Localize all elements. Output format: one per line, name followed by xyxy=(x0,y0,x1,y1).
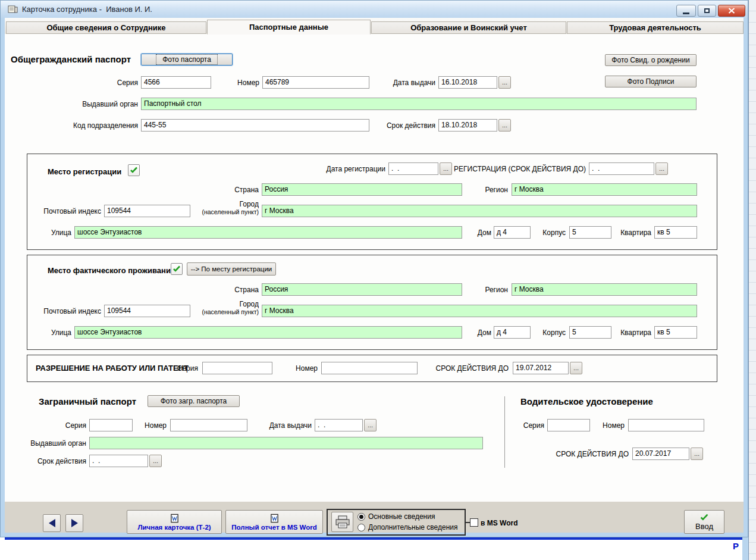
registration-region-input[interactable]: г Москва xyxy=(512,183,697,196)
residence-city-input[interactable]: г Москва xyxy=(262,305,697,317)
background-blue-line xyxy=(5,537,745,540)
registration-checkbox[interactable] xyxy=(128,164,140,176)
foreign-passport-heading: Заграничный паспорт xyxy=(39,396,136,406)
passport-validity-label: Срок действия xyxy=(376,121,435,130)
foreign-passport-series-input[interactable] xyxy=(89,419,133,431)
work-permit-validity-input[interactable]: 19.07.2012 xyxy=(513,362,569,374)
next-icon xyxy=(71,519,78,527)
residence-country-label: Страна xyxy=(217,286,259,294)
registration-date-input[interactable]: . . xyxy=(388,162,438,175)
residence-street-input[interactable]: шоссе Энтузиастов xyxy=(74,326,462,339)
next-record-button[interactable] xyxy=(65,514,83,532)
driver-license-series-input[interactable] xyxy=(547,419,590,431)
residence-checkbox[interactable] xyxy=(171,263,183,275)
background-window-edge xyxy=(748,0,756,560)
passport-validity-input[interactable]: 18.10.2018 xyxy=(438,119,497,132)
driver-license-validity-label: СРОК ДЕЙСТВИЯ ДО xyxy=(539,450,629,458)
residence-city-label: Город (населенный пункт) xyxy=(190,301,259,316)
passport-validity-date-picker-button[interactable]: ... xyxy=(498,119,511,132)
work-permit-heading: РАЗРЕШЕНИЕ НА РАБОТУ ИЛИ ПАТЕНТ xyxy=(36,364,189,373)
restore-button[interactable] xyxy=(698,5,716,17)
residence-building-input[interactable]: 5 xyxy=(569,326,611,339)
registration-street-input[interactable]: шоссе Энтузиастов xyxy=(74,226,462,239)
section-divider xyxy=(504,396,505,468)
residence-heading: Место фактического проживания xyxy=(48,266,175,275)
foreign-passport-series-label: Серия xyxy=(57,421,86,430)
residence-house-input[interactable]: д 4 xyxy=(494,326,531,339)
tab-general-info[interactable]: Общие сведения о Сотруднике xyxy=(6,21,206,34)
passport-series-label: Серия xyxy=(90,79,138,87)
report-type-main-label: Основные сведения xyxy=(368,512,435,521)
ms-word-doc-icon xyxy=(170,514,179,523)
background-frame-tail xyxy=(742,537,748,560)
registration-heading: Место регистрации xyxy=(48,167,121,176)
ms-word-doc-icon xyxy=(270,514,279,523)
registration-house-input[interactable]: д 4 xyxy=(494,226,531,239)
passport-series-input[interactable]: 4566 xyxy=(141,76,211,89)
driver-license-number-label: Номер xyxy=(589,421,625,430)
residence-postal-code-input[interactable]: 109544 xyxy=(104,305,190,317)
passport-issue-date-picker-button[interactable]: ... xyxy=(498,76,511,89)
foreign-passport-issuing-authority-label: Выдавший орган xyxy=(26,439,86,448)
residence-country-input[interactable]: Россия xyxy=(262,283,462,296)
report-type-radio-main[interactable] xyxy=(357,513,365,521)
photo-signature-button[interactable]: Фото Подписи xyxy=(605,76,697,87)
passport-issue-date-input[interactable]: 16.10.2018 xyxy=(438,76,497,89)
tab-passport-data[interactable]: Паспортные данные xyxy=(207,20,371,35)
registration-validity-input[interactable]: . . xyxy=(589,162,654,175)
residence-house-label: Дом xyxy=(468,329,491,337)
photo-foreign-passport-button[interactable]: Фото загр. паспорта xyxy=(148,395,240,407)
check-icon xyxy=(130,167,138,174)
tab-education-military[interactable]: Образование и Воинский учет xyxy=(371,21,566,34)
driver-license-validity-date-picker-button[interactable]: ... xyxy=(691,448,703,460)
copy-from-registration-button[interactable]: --> По месту регистрации xyxy=(187,262,276,276)
registration-apartment-input[interactable]: кв 5 xyxy=(654,226,697,239)
radio-selected-dot xyxy=(359,515,363,519)
driver-license-number-input[interactable] xyxy=(628,419,704,431)
check-icon xyxy=(172,265,181,273)
residence-building-label: Корпус xyxy=(530,329,566,337)
restore-icon xyxy=(704,8,710,13)
work-permit-validity-date-picker-button[interactable]: ... xyxy=(570,362,582,374)
screen: Р Карточка сотрудника - Иванов И. И. Общ… xyxy=(0,0,756,560)
work-permit-series-input[interactable] xyxy=(202,362,272,374)
photo-passport-button[interactable]: Фото паспорта xyxy=(141,54,233,65)
foreign-passport-number-input[interactable] xyxy=(170,419,247,431)
registration-building-input[interactable]: 5 xyxy=(569,226,611,239)
registration-city-input[interactable]: г Москва xyxy=(262,205,697,217)
registration-postal-code-input[interactable]: 109544 xyxy=(104,205,190,217)
passport-issuing-authority-label: Выдавший орган xyxy=(67,100,138,108)
personal-card-t2-button[interactable]: Личная карточка (Т-2) xyxy=(127,510,222,534)
passport-division-code-input[interactable]: 445-55 xyxy=(141,119,369,132)
submit-button[interactable]: Ввод xyxy=(684,510,724,534)
prev-record-button[interactable] xyxy=(43,514,61,532)
registration-building-label: Корпус xyxy=(530,229,566,237)
minimize-icon xyxy=(683,12,689,14)
foreign-passport-issue-date-input[interactable]: . . xyxy=(315,419,363,431)
print-button[interactable] xyxy=(331,512,353,532)
window-title: Карточка сотрудника - Иванов И. И. xyxy=(22,5,152,14)
registration-apartment-label: Квартира xyxy=(610,229,651,237)
foreign-passport-validity-label: Срок действия xyxy=(32,457,86,465)
residence-apartment-input[interactable]: кв 5 xyxy=(654,326,697,339)
foreign-passport-validity-input[interactable]: . . xyxy=(89,455,148,467)
full-report-msword-button[interactable]: Полный отчет в MS Word xyxy=(225,510,323,534)
foreign-passport-validity-date-picker-button[interactable]: ... xyxy=(149,455,162,467)
close-button[interactable] xyxy=(718,5,745,17)
registration-country-label: Страна xyxy=(217,186,259,194)
foreign-passport-issue-date-picker-button[interactable]: ... xyxy=(364,419,377,431)
photo-birth-certificate-button[interactable]: Фото Свид. о рождении xyxy=(605,54,697,66)
registration-country-input[interactable]: Россия xyxy=(262,183,462,196)
residence-region-input[interactable]: г Москва xyxy=(512,283,697,296)
driver-license-validity-input[interactable]: 20.07.2017 xyxy=(632,448,689,460)
report-type-radio-additional[interactable] xyxy=(357,524,365,531)
minimize-button[interactable] xyxy=(676,5,696,17)
passport-issuing-authority-input[interactable]: Паспортный стол xyxy=(141,98,697,110)
msword-checkbox[interactable] xyxy=(470,518,478,527)
passport-number-input[interactable]: 465789 xyxy=(262,76,369,89)
work-permit-number-input[interactable] xyxy=(321,362,418,374)
registration-validity-date-picker-button[interactable]: ... xyxy=(655,162,668,175)
report-type-additional-label: Дополнительные сведения xyxy=(368,523,457,531)
foreign-passport-issuing-authority-input[interactable] xyxy=(89,437,483,449)
tab-work-activity[interactable]: Трудовая деятельность xyxy=(567,21,744,34)
